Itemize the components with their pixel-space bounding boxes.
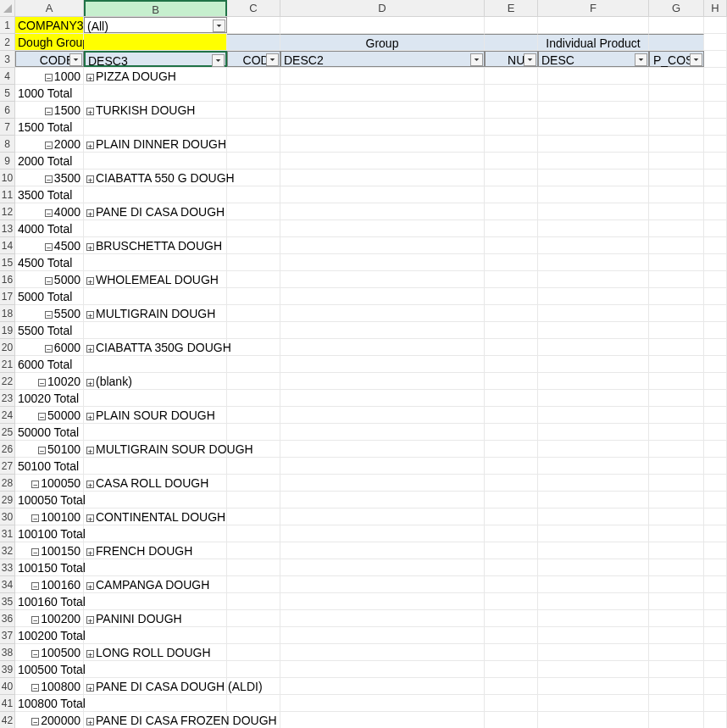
cell[interactable]: [485, 203, 538, 220]
cell[interactable]: [704, 458, 727, 474]
cell[interactable]: [649, 661, 704, 677]
cell[interactable]: [227, 186, 280, 203]
cell[interactable]: [538, 441, 649, 457]
cell[interactable]: [649, 695, 704, 711]
row-header-33[interactable]: 33: [0, 559, 14, 576]
cell[interactable]: [485, 186, 538, 203]
desc-cell[interactable]: +MULTIGRAIN DOUGH: [84, 305, 227, 321]
cell[interactable]: [84, 153, 227, 169]
code-cell[interactable]: −100200: [15, 610, 84, 626]
cell[interactable]: [485, 322, 538, 338]
cell[interactable]: [280, 610, 485, 626]
cell[interactable]: [485, 559, 538, 575]
cell[interactable]: [704, 576, 727, 592]
cell[interactable]: [84, 356, 227, 372]
cell[interactable]: [84, 390, 227, 406]
cell[interactable]: [84, 322, 227, 338]
cell[interactable]: [485, 610, 538, 626]
cell[interactable]: [227, 356, 280, 372]
cell[interactable]: [649, 119, 704, 135]
row-header-15[interactable]: 15: [0, 254, 14, 271]
cell[interactable]: [280, 17, 485, 33]
row-header-35[interactable]: 35: [0, 593, 14, 610]
expand-icon[interactable]: +: [86, 413, 94, 420]
cell[interactable]: [485, 542, 538, 559]
cell[interactable]: [84, 85, 227, 101]
cell[interactable]: [485, 458, 538, 474]
desc-cell[interactable]: +PANINI DOUGH: [84, 610, 227, 626]
cell[interactable]: [280, 576, 485, 592]
desc-cell[interactable]: +PLAIN SOUR DOUGH: [84, 407, 227, 423]
cell[interactable]: [704, 390, 727, 406]
cell[interactable]: [280, 237, 485, 253]
collapse-icon[interactable]: −: [45, 209, 53, 217]
cell[interactable]: [649, 271, 704, 287]
expand-icon[interactable]: +: [86, 650, 94, 658]
expand-icon[interactable]: +: [86, 345, 94, 353]
cell[interactable]: [280, 220, 485, 236]
code-cell[interactable]: −4500: [15, 237, 84, 253]
cell[interactable]: [280, 203, 485, 220]
row-header-13[interactable]: 13: [0, 220, 14, 237]
row-header-42[interactable]: 42: [0, 712, 14, 728]
row-header-12[interactable]: 12: [0, 203, 14, 220]
filter-code[interactable]: [266, 53, 279, 66]
row-header-17[interactable]: 17: [0, 288, 14, 305]
cell[interactable]: [704, 508, 727, 525]
cell[interactable]: [704, 356, 727, 372]
expand-icon[interactable]: +: [86, 514, 94, 522]
desc-cell[interactable]: +MULTIGRAIN SOUR DOUGH: [84, 441, 227, 457]
cell[interactable]: [704, 34, 727, 50]
collapse-icon[interactable]: −: [31, 514, 39, 522]
cell[interactable]: [280, 271, 485, 287]
row-header-24[interactable]: 24: [0, 407, 14, 424]
desc-cell[interactable]: +TURKISH DOUGH: [84, 102, 227, 118]
expand-icon[interactable]: +: [86, 379, 94, 386]
cell[interactable]: [538, 169, 649, 186]
cell[interactable]: [280, 458, 485, 474]
cell[interactable]: [538, 576, 649, 592]
cell[interactable]: [485, 712, 538, 728]
row-header-7[interactable]: 7: [0, 119, 14, 136]
desc-cell[interactable]: +CIABATTA 550 G DOUGH: [84, 169, 227, 186]
collapse-icon[interactable]: −: [38, 447, 46, 454]
cell[interactable]: [538, 661, 649, 677]
cell[interactable]: [485, 119, 538, 135]
cell[interactable]: [538, 271, 649, 287]
total-cell[interactable]: 100160 Total: [15, 593, 84, 609]
field-code[interactable]: CODE: [227, 51, 280, 67]
cell[interactable]: [84, 34, 227, 50]
cell[interactable]: [227, 559, 280, 575]
code-cell[interactable]: −6000: [15, 339, 84, 355]
cell[interactable]: [704, 136, 727, 152]
cell[interactable]: [704, 492, 727, 508]
filter-code2[interactable]: [69, 53, 82, 66]
row-header-9[interactable]: 9: [0, 153, 14, 169]
cell[interactable]: [538, 475, 649, 491]
expand-icon[interactable]: +: [86, 175, 94, 183]
cell[interactable]: [704, 407, 727, 423]
cell[interactable]: [538, 203, 649, 220]
expand-icon[interactable]: +: [86, 311, 94, 319]
collapse-icon[interactable]: −: [45, 175, 53, 183]
cell[interactable]: [485, 136, 538, 152]
cell[interactable]: [280, 254, 485, 270]
cell[interactable]: [227, 627, 280, 643]
code-cell[interactable]: −3500: [15, 169, 84, 186]
cell[interactable]: [227, 85, 280, 101]
col-header-H[interactable]: H: [704, 0, 727, 16]
cell[interactable]: [485, 508, 538, 525]
expand-icon[interactable]: +: [86, 447, 94, 454]
collapse-icon[interactable]: −: [45, 243, 53, 251]
cell[interactable]: [538, 508, 649, 525]
total-cell[interactable]: 6000 Total: [15, 356, 84, 372]
cell[interactable]: [649, 186, 704, 203]
cell[interactable]: [485, 102, 538, 118]
total-cell[interactable]: 4500 Total: [15, 254, 84, 270]
cell[interactable]: [649, 475, 704, 491]
cell[interactable]: [280, 627, 485, 643]
cell[interactable]: [649, 576, 704, 592]
cell[interactable]: [704, 475, 727, 491]
cell[interactable]: [538, 237, 649, 253]
cell[interactable]: [649, 288, 704, 304]
